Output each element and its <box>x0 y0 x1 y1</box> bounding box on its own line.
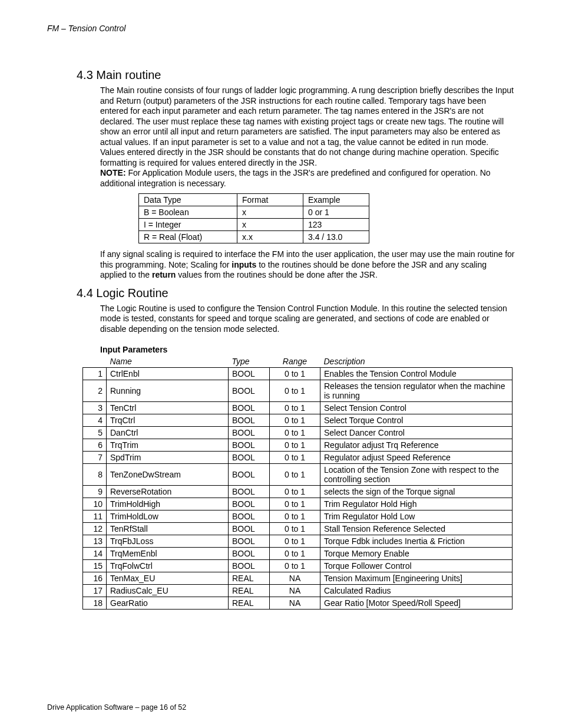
cell-name: TrqMemEnbl <box>107 548 229 560</box>
table-row: 17RadiusCalc_EUREALNACalculated Radius <box>83 585 513 597</box>
col-num-header <box>83 355 107 368</box>
cell: R = Real (Float) <box>139 231 237 243</box>
cell-name: TenMax_EU <box>107 572 229 585</box>
cell-desc: Calculated Radius <box>320 585 513 597</box>
input-parameters-heading: Input Parameters <box>100 345 515 354</box>
cell-type: BOOL <box>229 535 270 548</box>
bold-inputs: inputs <box>232 260 256 269</box>
cell-type: REAL <box>229 597 270 610</box>
cell-num: 11 <box>83 510 107 523</box>
cell-type: BOOL <box>229 498 270 510</box>
cell-type: BOOL <box>229 414 270 427</box>
cell-name: TrimHoldLow <box>107 510 229 523</box>
cell-num: 7 <box>83 452 107 464</box>
cell-name: TrqFbJLoss <box>107 535 229 548</box>
table-header-row: Name Type Range Description <box>83 355 513 368</box>
table-row: 16TenMax_EUREALNATension Maximum [Engine… <box>83 572 513 585</box>
cell: x <box>237 219 303 231</box>
cell-num: 15 <box>83 560 107 572</box>
cell-desc: Trim Regulator Hold High <box>320 498 513 510</box>
cell-name: TrimHoldHigh <box>107 498 229 510</box>
data-type-table: Data Type Format Example B = Boolean x 0… <box>138 193 369 243</box>
table-header-row: Data Type Format Example <box>139 194 369 206</box>
cell-desc: selects the sign of the Torque signal <box>320 486 513 498</box>
cell-num: 16 <box>83 572 107 585</box>
cell-range: 0 to 1 <box>270 464 320 486</box>
cell-type: BOOL <box>229 439 270 452</box>
cell-range: 0 to 1 <box>270 402 320 414</box>
cell-name: CtrlEnbl <box>107 368 229 380</box>
cell-desc: Releases the tension regulator when the … <box>320 380 513 402</box>
cell-name: DanCtrl <box>107 427 229 439</box>
table-row: 3TenCtrlBOOL0 to 1Select Tension Control <box>83 402 513 414</box>
cell-type: BOOL <box>229 523 270 535</box>
cell-name: GearRatio <box>107 597 229 610</box>
cell-desc: Gear Ratio [Motor Speed/Roll Speed] <box>320 597 513 610</box>
cell-num: 2 <box>83 380 107 402</box>
table-row: 15TrqFolwCtrlBOOL0 to 1Torque Follower C… <box>83 560 513 572</box>
cell: 0 or 1 <box>303 206 369 219</box>
cell-type: BOOL <box>229 486 270 498</box>
table-row: 10TrimHoldHighBOOL0 to 1Trim Regulator H… <box>83 498 513 510</box>
page-header: FM – Tension Control <box>47 24 515 33</box>
cell-range: NA <box>270 572 320 585</box>
note-label: NOTE: <box>100 168 126 177</box>
cell-desc: Trim Regulator Hold Low <box>320 510 513 523</box>
dt-header-format: Format <box>237 194 303 206</box>
cell-range: 0 to 1 <box>270 548 320 560</box>
cell-desc: Torque Follower Control <box>320 560 513 572</box>
cell-num: 10 <box>83 498 107 510</box>
cell-num: 13 <box>83 535 107 548</box>
cell-name: SpdTrim <box>107 452 229 464</box>
table-row: 12TenRfStallBOOL0 to 1Stall Tension Refe… <box>83 523 513 535</box>
input-parameters-table: Name Type Range Description 1CtrlEnblBOO… <box>82 355 513 610</box>
table-row: 1CtrlEnblBOOL0 to 1Enables the Tension C… <box>83 368 513 380</box>
cell-desc: Regulator adjust Trq Reference <box>320 439 513 452</box>
page: FM – Tension Control 4.3 Main routine Th… <box>0 0 562 728</box>
table-row: 9ReverseRotationBOOL0 to 1selects the si… <box>83 486 513 498</box>
bold-return: return <box>152 270 176 279</box>
table-row: I = Integer x 123 <box>139 219 369 231</box>
table-row: 6TrqTrimBOOL0 to 1Regulator adjust Trq R… <box>83 439 513 452</box>
cell-range: 0 to 1 <box>270 510 320 523</box>
cell-range: 0 to 1 <box>270 452 320 464</box>
col-desc-header: Description <box>320 355 513 368</box>
cell-name: Running <box>107 380 229 402</box>
cell-desc: Select Torque Control <box>320 414 513 427</box>
cell-type: BOOL <box>229 464 270 486</box>
dt-header-example: Example <box>303 194 369 206</box>
cell-num: 3 <box>83 402 107 414</box>
cell-name: TrqCtrl <box>107 414 229 427</box>
cell-num: 12 <box>83 523 107 535</box>
cell-type: BOOL <box>229 368 270 380</box>
table-row: R = Real (Float) x.x 3.4 / 13.0 <box>139 231 369 243</box>
text: values from the routines should be done … <box>176 270 377 279</box>
cell: 3.4 / 13.0 <box>303 231 369 243</box>
cell-type: BOOL <box>229 402 270 414</box>
table-row: 5DanCtrlBOOL0 to 1Select Dancer Control <box>83 427 513 439</box>
cell: I = Integer <box>139 219 237 231</box>
cell-type: REAL <box>229 585 270 597</box>
cell-desc: Select Dancer Control <box>320 427 513 439</box>
note-text: For Application Module users, the tags i… <box>100 168 491 188</box>
table-row: 14TrqMemEnblBOOL0 to 1Torque Memory Enab… <box>83 548 513 560</box>
cell-name: TrqTrim <box>107 439 229 452</box>
col-range-header: Range <box>270 355 320 368</box>
table-row: 7SpdTrimBOOL0 to 1Regulator adjust Speed… <box>83 452 513 464</box>
col-type-header: Type <box>229 355 270 368</box>
cell-num: 1 <box>83 368 107 380</box>
cell-desc: Location of the Tension Zone with respec… <box>320 464 513 486</box>
cell-name: RadiusCalc_EU <box>107 585 229 597</box>
cell-type: REAL <box>229 572 270 585</box>
cell-range: 0 to 1 <box>270 427 320 439</box>
cell-desc: Enables the Tension Control Module <box>320 368 513 380</box>
section-4-4-para1: The Logic Routine is used to configure t… <box>100 304 515 335</box>
table-row: 11TrimHoldLowBOOL0 to 1Trim Regulator Ho… <box>83 510 513 523</box>
section-4-3-para2: If any signal scaling is required to int… <box>100 249 515 281</box>
para-text: The Main routine consists of four rungs … <box>100 85 514 167</box>
cell-num: 18 <box>83 597 107 610</box>
section-4-3-para1: The Main routine consists of four rungs … <box>100 85 515 189</box>
section-4-3-heading: 4.3 Main routine <box>77 68 515 82</box>
cell-name: TrqFolwCtrl <box>107 560 229 572</box>
table-row: B = Boolean x 0 or 1 <box>139 206 369 219</box>
